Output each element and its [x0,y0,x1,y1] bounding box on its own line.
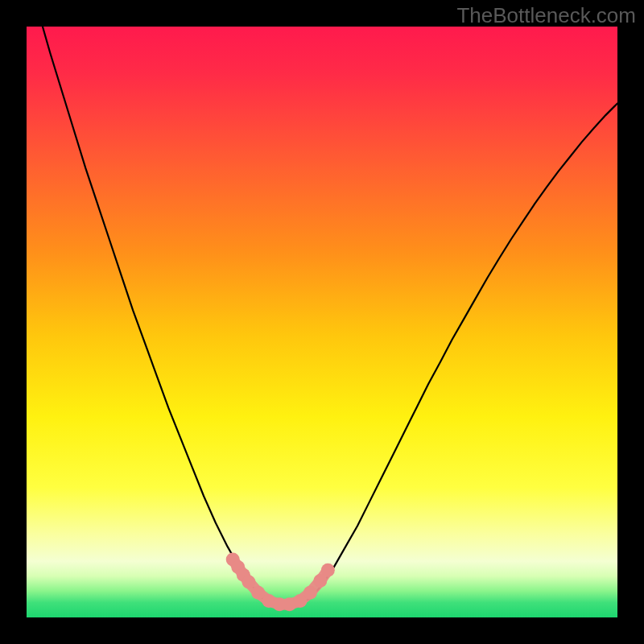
chart-frame: TheBottleneck.com [0,0,644,644]
chart-plot-area [27,27,617,617]
curve-marker [321,564,335,577]
curve-marker [242,575,255,588]
gradient-background [27,27,617,617]
chart-svg [27,27,617,617]
curve-marker [303,586,317,600]
watermark-text: TheBottleneck.com [456,3,636,28]
